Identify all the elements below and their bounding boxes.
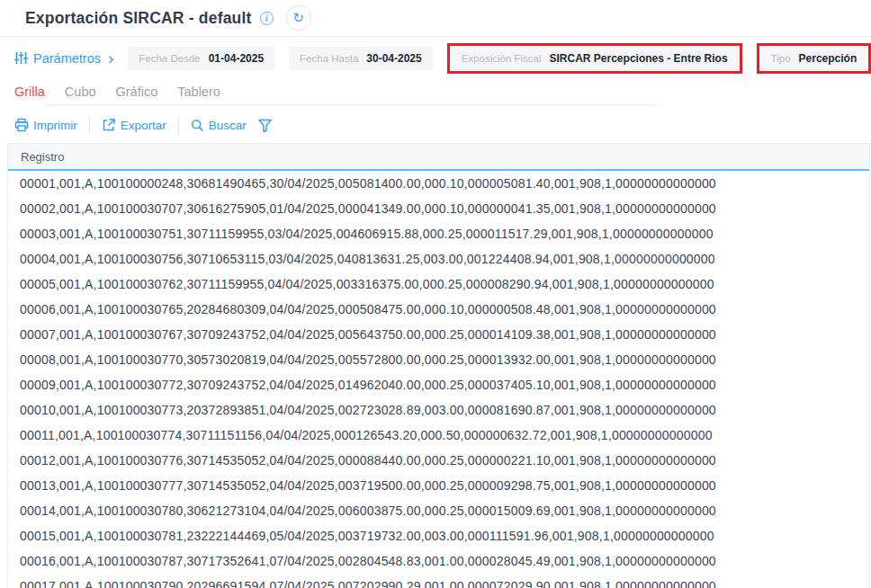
- table-row[interactable]: 00002,001,A,100100030707,30616275905,01/…: [8, 196, 869, 221]
- param-value: 30-04-2025: [366, 52, 421, 65]
- table-row[interactable]: 00014,001,A,100100030780,30621273104,04/…: [8, 498, 869, 523]
- chevron-right-icon: ›: [108, 52, 113, 65]
- filter-button[interactable]: [257, 118, 273, 133]
- param-field-tipo[interactable]: Tipo Percepción: [760, 47, 868, 70]
- table-row[interactable]: 00009,001,A,100100030772,30709243752,04/…: [8, 372, 869, 397]
- table-row[interactable]: 00001,001,A,100100000248,30681490465,30/…: [8, 171, 869, 196]
- tab-grilla[interactable]: Grilla: [14, 85, 45, 106]
- annotation-box: Tipo Percepción: [757, 43, 871, 74]
- table-row[interactable]: 00004,001,A,100100030756,30710653115,03/…: [8, 246, 869, 272]
- table-row[interactable]: 00011,001,A,100100030774,30711151156,04/…: [8, 423, 869, 448]
- table-row[interactable]: 00016,001,A,100100030787,30717352641,07/…: [8, 548, 869, 574]
- data-grid: Registro 00001,001,A,100100000248,306814…: [7, 143, 870, 588]
- print-button[interactable]: Imprimir: [14, 118, 77, 132]
- parameters-row: Parámetros › Fecha Desde 01-04-2025 Fech…: [0, 37, 871, 79]
- titlebar: Exportación SIRCAR - default i ↻: [0, 0, 871, 37]
- export-label: Exportar: [121, 119, 166, 132]
- info-icon[interactable]: i: [260, 12, 274, 25]
- param-label: Tipo: [771, 53, 791, 64]
- param-value: 01-04-2025: [209, 52, 264, 65]
- tab-grafico[interactable]: Gráfico: [116, 85, 158, 104]
- sliders-icon: [14, 51, 28, 65]
- table-row[interactable]: 00007,001,A,100100030767,30709243752,04/…: [8, 322, 869, 347]
- funnel-icon: [257, 118, 273, 133]
- page-title: Exportación SIRCAR - default: [25, 9, 252, 28]
- table-row[interactable]: 00008,001,A,100100030770,30573020819,04/…: [8, 347, 869, 372]
- grid-toolbar: Imprimir Exportar Buscar: [14, 116, 871, 134]
- param-value: Percepción: [799, 52, 858, 65]
- table-row[interactable]: 00017,001,A,100100030790,20296691594,07/…: [8, 574, 869, 588]
- print-label: Imprimir: [33, 119, 77, 132]
- refresh-icon: ↻: [292, 10, 304, 26]
- param-label: Fecha Desde: [139, 53, 200, 64]
- export-button[interactable]: Exportar: [102, 118, 166, 132]
- view-tabs: Grilla Cubo Gráfico Tablero: [14, 85, 657, 106]
- param-field-fecha-desde[interactable]: Fecha Desde 01-04-2025: [128, 47, 274, 70]
- table-row[interactable]: 00013,001,A,100100030777,30714535052,04/…: [8, 473, 869, 498]
- table-row[interactable]: 00010,001,A,100100030773,20372893851,04/…: [8, 397, 869, 423]
- column-header-registro[interactable]: Registro: [8, 144, 869, 171]
- table-row[interactable]: 00015,001,A,100100030781,23222144469,05/…: [8, 523, 869, 548]
- annotation-box: Exposición Fiscal SIRCAR Percepciones - …: [447, 43, 742, 74]
- search-button[interactable]: Buscar: [191, 119, 247, 132]
- table-row[interactable]: 00003,001,A,100100030751,30711159955,03/…: [8, 221, 869, 246]
- param-label: Exposición Fiscal: [462, 53, 542, 64]
- toolbar-divider: [178, 117, 179, 133]
- param-label: Fecha Hasta: [300, 53, 358, 64]
- table-row[interactable]: 00012,001,A,100100030776,30714535052,04/…: [8, 448, 869, 473]
- toolbar-divider: [89, 117, 90, 133]
- grid-body: 00001,001,A,100100000248,30681490465,30/…: [8, 171, 869, 588]
- param-field-fecha-hasta[interactable]: Fecha Hasta 30-04-2025: [289, 47, 433, 70]
- table-row[interactable]: 00006,001,A,100100030765,20284680309,04/…: [8, 297, 869, 322]
- param-value: SIRCAR Percepciones - Entre Rios: [550, 52, 728, 65]
- export-window: Exportación SIRCAR - default i ↻ Paráme: [0, 0, 871, 588]
- tab-tablero[interactable]: Tablero: [177, 85, 220, 104]
- parameters-toggle[interactable]: Parámetros ›: [14, 51, 113, 66]
- export-icon: [102, 118, 116, 132]
- search-icon: [191, 119, 204, 132]
- table-row[interactable]: 00005,001,A,100100030762,30711159955,04/…: [8, 272, 869, 297]
- param-field-exposicion-fiscal[interactable]: Exposición Fiscal SIRCAR Percepciones - …: [451, 47, 739, 70]
- printer-icon: [14, 118, 29, 132]
- tab-cubo[interactable]: Cubo: [65, 85, 96, 104]
- refresh-button[interactable]: ↻: [286, 5, 311, 31]
- search-label: Buscar: [209, 119, 247, 132]
- parameters-label: Parámetros: [33, 51, 101, 66]
